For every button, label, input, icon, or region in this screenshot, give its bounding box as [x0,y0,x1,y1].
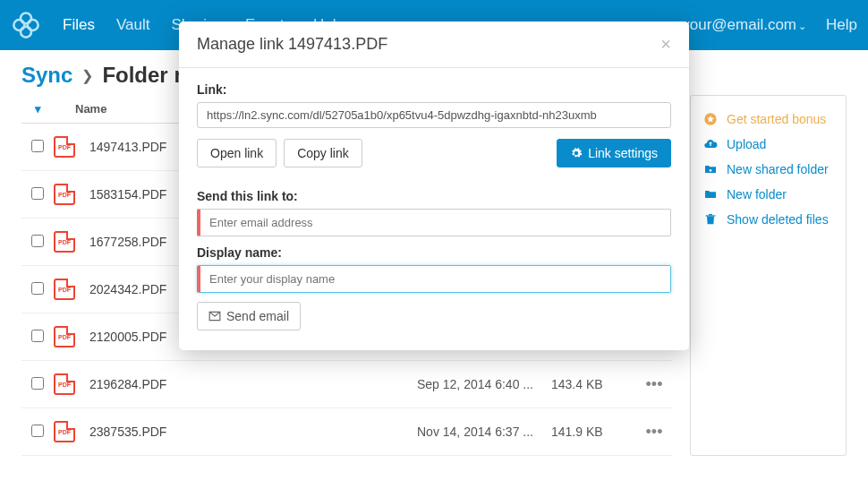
table-row: PDF 2387535.PDF Nov 14, 2014 6:37 ... 14… [21,408,672,456]
modal-header: Manage link 1497413.PDF × [179,21,689,68]
svg-point-5 [710,169,712,172]
row-checkbox[interactable] [31,330,44,342]
nav-help-right[interactable]: Help [826,16,857,34]
link-label: Link: [197,82,671,97]
table-row: PDF 2196284.PDF Sep 12, 2014 6:40 ... 14… [21,361,672,408]
button-label: Send email [226,309,289,323]
star-icon [703,112,718,126]
account-menu[interactable]: your@email.com⌄ [682,16,806,34]
file-date: Sep 12, 2014 6:40 ... [417,377,551,391]
modal-title: Manage link 1497413.PDF [197,35,387,54]
sidebar-upload[interactable]: Upload [703,132,833,157]
svg-point-2 [13,20,24,30]
pdf-icon: PDF [54,373,75,395]
nav-vault[interactable]: Vault [116,16,150,34]
sidebar-show-deleted[interactable]: Show deleted files [703,207,833,232]
row-checkbox[interactable] [31,235,44,247]
row-actions-icon[interactable]: ••• [636,375,672,394]
open-link-button[interactable]: Open link [197,139,277,167]
file-name[interactable]: 2196284.PDF [89,377,417,391]
sidebar-item-label: Show deleted files [727,212,829,227]
sidebar-new-folder[interactable]: New folder [703,182,833,207]
file-size: 141.9 KB [551,425,636,439]
svg-point-3 [28,20,38,30]
close-icon[interactable]: × [660,34,671,55]
sidebar-item-label: New shared folder [727,162,829,176]
row-checkbox[interactable] [31,377,44,390]
breadcrumb-root[interactable]: Sync [21,63,72,88]
row-checkbox[interactable] [31,282,44,295]
logo-icon[interactable] [11,10,41,40]
display-name-input[interactable] [197,265,671,293]
row-actions-icon[interactable]: ••• [636,423,672,442]
link-url-input[interactable] [197,102,671,128]
envelope-icon [208,311,221,322]
sidebar-new-shared[interactable]: New shared folder [703,157,833,182]
nav-right: your@email.com⌄ Help [682,16,857,34]
email-input[interactable] [197,209,671,236]
nav-files[interactable]: Files [63,16,95,34]
chevron-right-icon: ❯ [81,67,93,84]
send-link-label: Send this link to: [197,189,671,203]
pdf-icon: PDF [54,326,75,347]
link-settings-button[interactable]: Link settings [557,139,671,167]
copy-link-button[interactable]: Copy link [284,139,362,167]
file-size: 143.4 KB [551,377,636,391]
pdf-icon: PDF [54,184,75,205]
action-sidebar: Get started bonus Upload New shared fold… [690,95,847,456]
row-checkbox[interactable] [31,425,44,437]
sort-menu-icon[interactable]: ▾ [21,102,54,116]
cloud-upload-icon [703,137,718,151]
gear-icon [570,147,583,159]
pdf-icon: PDF [54,421,75,442]
pdf-icon: PDF [54,136,75,158]
sidebar-item-label: Upload [727,137,766,151]
sidebar-item-label: Get started bonus [727,112,826,126]
chevron-down-icon: ⌄ [798,21,806,31]
row-checkbox[interactable] [31,140,44,152]
sidebar-bonus[interactable]: Get started bonus [703,107,833,132]
row-checkbox[interactable] [31,187,44,200]
sidebar-item-label: New folder [727,187,787,202]
shared-folder-icon [703,162,718,176]
file-name[interactable]: 2387535.PDF [89,425,417,439]
trash-icon [703,212,718,227]
send-email-button[interactable]: Send email [197,302,301,330]
pdf-icon: PDF [54,279,75,300]
button-label: Link settings [588,146,658,160]
display-name-label: Display name: [197,245,671,260]
manage-link-modal: Manage link 1497413.PDF × Link: Open lin… [179,21,689,350]
pdf-icon: PDF [54,231,75,253]
file-date: Nov 14, 2014 6:37 ... [417,425,551,439]
folder-icon [703,187,718,202]
